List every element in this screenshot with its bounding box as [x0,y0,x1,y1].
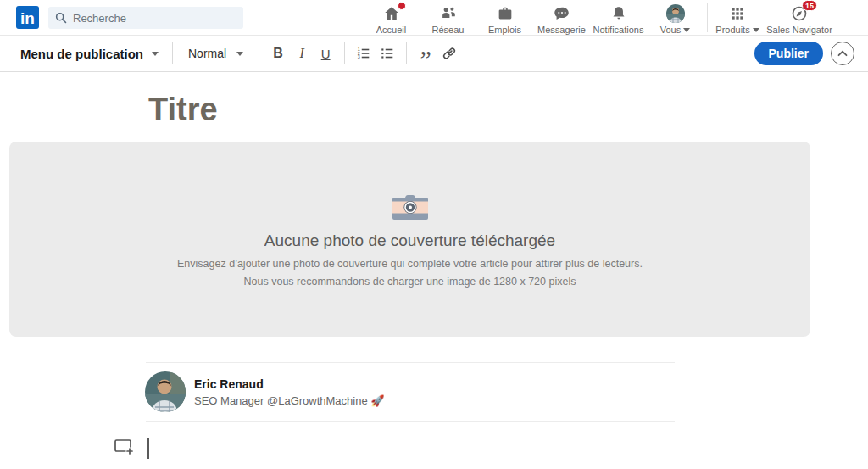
ordered-list-button[interactable]: 123 [352,41,376,66]
nav-label: Réseau [432,25,465,35]
cover-size-recommendation: Nous vous recommandons de charger une im… [9,276,810,288]
toolbar-separator [406,42,407,64]
nav-label: Vous [660,25,690,35]
link-icon [442,46,457,61]
cover-photo-upload-area[interactable]: Aucune photo de couverture téléchargée E… [9,142,810,337]
home-notification-badge [398,2,406,10]
nav-label: Sales Navigator [766,25,832,35]
paragraph-style-label: Normal [188,47,226,60]
nav-item-sales-navigator[interactable]: 15 Sales Navigator [764,0,835,36]
linkedin-logo[interactable]: in [16,6,39,29]
bold-button[interactable]: B [266,41,290,66]
nav-divider [707,3,708,32]
cover-hint-line: Envisagez d’ajouter une photo de couvert… [9,258,810,270]
nav-label: Produits [715,25,759,35]
cover-empty-heading: Aucune photo de couverture téléchargée [9,232,810,250]
author-name[interactable]: Eric Renaud [194,377,385,391]
bell-icon [609,4,628,23]
user-avatar-small [666,4,685,23]
briefcase-icon [496,4,515,23]
nav-item-produits[interactable]: Produits [711,0,764,36]
publish-button[interactable]: Publier [754,42,823,65]
chevron-down-icon [753,28,760,32]
people-icon [439,4,458,23]
search-bar[interactable] [48,7,243,29]
camera-icon [392,195,428,220]
author-divider-top [146,362,675,363]
author-avatar[interactable] [145,371,186,412]
insert-media-button[interactable] [113,437,135,457]
toolbar-separator [344,42,345,64]
sales-navigator-badge: 15 [802,0,817,11]
nav-item-vous[interactable]: Vous [647,0,704,36]
nav-label: Notifications [593,25,644,35]
text-cursor [147,438,149,459]
toolbar-separator [259,42,259,64]
chevron-down-icon [236,52,243,56]
global-nav-bar: in Accueil Réseau [0,0,868,36]
publishing-menu-label: Menu de publication [20,47,143,61]
author-headline: SEO Manager @LaGrowthMachine 🚀 [194,394,385,407]
nav-label: Emplois [488,25,521,35]
grid-icon [729,5,746,22]
article-title-input[interactable]: Titre [148,92,218,128]
nav-item-notifications[interactable]: Notifications [590,0,647,36]
author-block: Eric Renaud SEO Manager @LaGrowthMachine… [145,371,385,412]
paragraph-style-dropdown[interactable]: Normal [180,42,252,65]
publishing-menu-dropdown[interactable]: Menu de publication [14,42,165,66]
nav-item-reseau[interactable]: Réseau [420,0,476,36]
nav-label: Accueil [376,25,406,35]
svg-text:3: 3 [358,54,360,59]
editor-toolbar: Menu de publication Normal B I U 123 ” P… [0,36,868,72]
blockquote-button[interactable]: ” [414,41,437,66]
collapse-toolbar-button[interactable] [831,42,854,65]
nav-item-emplois[interactable]: Emplois [476,0,533,36]
chevron-down-icon [152,52,159,56]
linkedin-article-editor: in Accueil Réseau [0,0,868,469]
nav-item-accueil[interactable]: Accueil [363,0,420,36]
chevron-up-icon [837,50,848,57]
add-media-icon [114,438,134,456]
bullet-list-icon [380,46,395,61]
nav-label: Messagerie [537,25,586,35]
ordered-list-icon: 123 [356,46,371,61]
underline-button[interactable]: U [314,41,337,66]
primary-nav: Accueil Réseau Emplois Messagerie [363,0,835,36]
search-input[interactable] [73,12,236,25]
search-icon [55,12,67,24]
author-divider-bottom [146,421,675,422]
italic-button[interactable]: I [290,41,314,66]
bullet-list-button[interactable] [376,41,399,66]
chat-icon [553,4,571,23]
nav-item-messagerie[interactable]: Messagerie [533,0,590,36]
link-button[interactable] [437,41,461,66]
toolbar-separator [172,42,173,64]
chevron-down-icon [683,28,690,32]
